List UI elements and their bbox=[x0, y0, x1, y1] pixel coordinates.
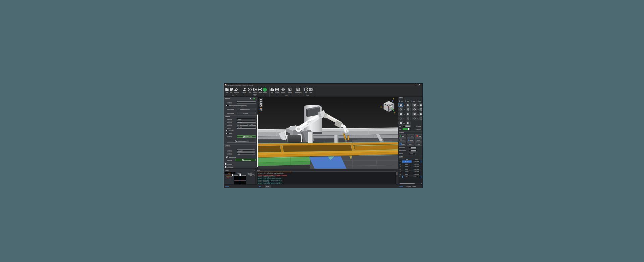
svg-text:6.y: 6.y bbox=[417, 118, 419, 120]
svg-text:MMM: MMM bbox=[399, 156, 402, 158]
svg-text:MMMMMM: MMMMMM bbox=[399, 147, 405, 148]
svg-text:MM: MM bbox=[310, 91, 312, 93]
svg-text:MM: MM bbox=[418, 143, 420, 145]
svg-text:6.x: 6.x bbox=[404, 118, 405, 120]
svg-text:MM: MM bbox=[402, 139, 405, 141]
svg-text:MMM: MMM bbox=[259, 91, 262, 93]
svg-text:MMMM: MMMM bbox=[281, 91, 285, 93]
svg-text:J2: J2 bbox=[399, 164, 401, 165]
svg-text:MM: MM bbox=[399, 126, 401, 127]
svg-text:MM: MM bbox=[401, 101, 403, 102]
svg-text:J5: J5 bbox=[399, 171, 401, 172]
svg-text:6.z: 6.z bbox=[404, 123, 405, 124]
svg-text:0.000 mm/s: 0.000 mm/s bbox=[414, 176, 420, 178]
svg-text:MAX: MAX bbox=[387, 103, 390, 105]
svg-text:0.000 °: 0.000 ° bbox=[405, 174, 409, 175]
svg-text:Z: Z bbox=[393, 98, 394, 100]
svg-text:MMMM: MMMM bbox=[399, 132, 404, 134]
svg-text:MM: MM bbox=[402, 135, 405, 137]
svg-text:0.000 RPM: 0.000 RPM bbox=[414, 164, 419, 165]
svg-text:J2: J2 bbox=[417, 105, 419, 106]
svg-text:J6: J6 bbox=[399, 174, 401, 175]
svg-text:PLCMM: PLCMM bbox=[275, 91, 279, 93]
svg-text:MM: MM bbox=[254, 94, 256, 96]
svg-text:6.x: 6.x bbox=[399, 176, 401, 178]
svg-text:MM: MM bbox=[409, 143, 412, 145]
svg-text:-1.525 mm: -1.525 mm bbox=[405, 176, 410, 178]
svg-text:MM: MM bbox=[305, 91, 307, 93]
svg-text:MM: MM bbox=[399, 128, 401, 130]
svg-text:J4: J4 bbox=[399, 169, 401, 170]
svg-text:J1: J1 bbox=[404, 105, 405, 106]
svg-text:MM: MM bbox=[249, 91, 251, 93]
svg-text:MM: MM bbox=[413, 101, 415, 102]
svg-text:MM: MM bbox=[406, 159, 408, 160]
svg-text:J3: J3 bbox=[399, 166, 401, 167]
svg-text:MMM: MMM bbox=[243, 91, 246, 93]
svg-text:--- MMMMM: --- MMMMM bbox=[415, 126, 421, 127]
svg-text:J3: J3 bbox=[404, 109, 405, 111]
svg-text:J4: J4 bbox=[417, 109, 419, 111]
svg-text:MM: MM bbox=[402, 143, 405, 145]
svg-text:0.000 °: 0.000 ° bbox=[405, 166, 409, 167]
svg-text:MMMM: MMMM bbox=[399, 153, 403, 155]
svg-text:MMMM: MMMM bbox=[263, 91, 267, 93]
svg-text:⊙ MMMM: ⊙ MMMM bbox=[416, 129, 421, 130]
svg-text:10mm: 10mm bbox=[410, 153, 413, 155]
svg-text:MM: MM bbox=[230, 91, 232, 93]
svg-text:J5: J5 bbox=[404, 114, 405, 115]
svg-text:0.000 °: 0.000 ° bbox=[405, 164, 409, 165]
svg-text:MM: MM bbox=[419, 135, 421, 137]
svg-text:0.000 °: 0.000 ° bbox=[405, 169, 409, 170]
svg-text:MM: MM bbox=[226, 91, 228, 93]
svg-text:0.000 RPM: 0.000 RPM bbox=[414, 161, 419, 162]
svg-text:MM: MM bbox=[419, 101, 421, 102]
svg-text:MM: MM bbox=[307, 94, 309, 96]
svg-text:0.000 RPM: 0.000 RPM bbox=[414, 171, 419, 172]
svg-text:0.000 °: 0.000 ° bbox=[405, 171, 409, 172]
svg-text:MMMM: MMMM bbox=[410, 140, 413, 141]
svg-text:MMMM: MMMM bbox=[288, 91, 292, 93]
svg-text:J6: J6 bbox=[417, 114, 419, 115]
svg-text:MMMM: MMMM bbox=[417, 140, 420, 141]
svg-text:0.000 RPM: 0.000 RPM bbox=[414, 166, 419, 167]
svg-text:MMMMMM: MMMMMM bbox=[295, 91, 301, 93]
svg-text:MM: MM bbox=[271, 91, 273, 93]
svg-text:MM: MM bbox=[407, 101, 409, 102]
svg-text:MM: MM bbox=[285, 94, 288, 96]
svg-text:?: ? bbox=[305, 88, 307, 91]
svg-text:96.726 °: 96.726 ° bbox=[405, 161, 409, 162]
svg-text:0.000 RPM: 0.000 RPM bbox=[414, 169, 419, 170]
svg-text:MMMMMMM: MMMMMMM bbox=[399, 150, 406, 151]
svg-text:0.000 RPM: 0.000 RPM bbox=[414, 174, 419, 175]
svg-text:MM: MM bbox=[415, 159, 417, 160]
svg-text:MMM: MMM bbox=[399, 97, 403, 99]
svg-text:MM: MM bbox=[232, 94, 234, 96]
svg-text:MM: MM bbox=[411, 135, 413, 137]
svg-text:MMWM: MMWM bbox=[234, 91, 238, 93]
svg-text:J1: J1 bbox=[399, 161, 401, 162]
